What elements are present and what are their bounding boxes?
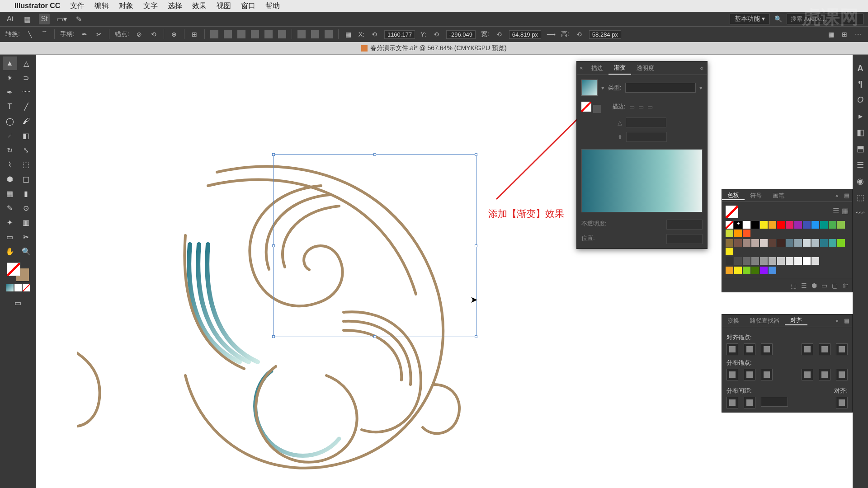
swatch-color[interactable] xyxy=(769,239,776,247)
brush-tool[interactable]: 🖌 xyxy=(19,114,33,128)
more-icon[interactable]: ⋯ xyxy=(854,30,863,39)
menu-view[interactable]: 视图 xyxy=(217,1,231,11)
swatch-color[interactable] xyxy=(769,257,776,265)
paragraph-panel-icon[interactable]: ¶ xyxy=(858,80,863,89)
selection-bounding-box[interactable] xyxy=(273,154,476,337)
brushes-icon2[interactable]: 〰 xyxy=(856,209,864,218)
location-field[interactable] xyxy=(666,234,703,244)
link-h-icon[interactable]: ⟲ xyxy=(575,30,584,39)
swatch-color[interactable] xyxy=(743,267,750,274)
link-x-icon[interactable]: ⟲ xyxy=(370,30,379,39)
swatch-color[interactable] xyxy=(803,221,811,229)
w-field[interactable]: 64.819 px xyxy=(509,30,541,39)
home-icon[interactable]: Ai xyxy=(5,14,15,24)
swatch-color[interactable] xyxy=(743,221,750,229)
dist-h-icon[interactable] xyxy=(297,30,306,38)
perspective-tool[interactable]: ◫ xyxy=(19,172,33,186)
swatch-color[interactable] xyxy=(820,239,828,247)
shape-builder-tool[interactable]: ⬢ xyxy=(3,172,17,186)
swatch-color[interactable] xyxy=(777,239,785,247)
swatch-color[interactable] xyxy=(734,257,742,265)
swatch-none[interactable] xyxy=(726,206,738,218)
swatch-color[interactable] xyxy=(751,239,759,247)
aspect-field[interactable] xyxy=(626,132,667,142)
ellipse-tool[interactable]: ◯ xyxy=(3,114,17,128)
expand-icon[interactable]: » xyxy=(833,192,841,199)
swatch-color[interactable] xyxy=(769,267,776,274)
opacity-field[interactable] xyxy=(666,220,703,230)
dist-c-icon[interactable] xyxy=(819,369,830,380)
expand-panel-icon[interactable]: ▸ xyxy=(859,111,863,121)
swatch-color[interactable] xyxy=(820,221,828,229)
pixel-grid-icon[interactable]: ⊞ xyxy=(840,30,849,39)
align-vcenter-icon[interactable] xyxy=(264,30,273,38)
swatches-panel[interactable]: 色板 符号 画笔 » ▤ ☰ ▦ ✦ ⬚ ☰ ⬢ ▭ ▢ 🗑 xyxy=(722,189,853,292)
dist-v-icon[interactable] xyxy=(311,30,319,38)
swatch-color[interactable] xyxy=(777,257,785,265)
swatch-color[interactable] xyxy=(726,239,733,247)
brushes-tab[interactable]: 画笔 xyxy=(767,192,790,200)
swatch-color[interactable] xyxy=(743,239,750,247)
swatch-grid-icon[interactable]: ▦ xyxy=(842,206,849,215)
artboard-tool[interactable]: ▭ xyxy=(3,230,17,244)
fill-stroke-swatch[interactable] xyxy=(7,263,29,282)
curvature-tool[interactable]: 〰 xyxy=(19,85,33,99)
swatch-color[interactable] xyxy=(794,239,802,247)
swatch-color[interactable] xyxy=(726,257,733,265)
join-icon[interactable]: ⟲ xyxy=(149,30,158,39)
align-expand-icon[interactable]: » xyxy=(833,317,841,324)
align-r-icon[interactable] xyxy=(761,343,773,355)
swatch-color[interactable] xyxy=(734,239,742,247)
swatch-color[interactable] xyxy=(769,221,776,229)
gradient-type-select[interactable] xyxy=(625,83,696,93)
symbol-tool[interactable]: ✦ xyxy=(3,216,17,229)
eraser-tool[interactable]: ◧ xyxy=(19,129,33,142)
link-y-icon[interactable]: ⟲ xyxy=(432,30,441,39)
new-swatch-icon[interactable]: ▢ xyxy=(832,282,838,289)
swatch-color[interactable] xyxy=(743,257,750,265)
appearance-icon[interactable]: ◉ xyxy=(857,176,864,186)
gradient-tab[interactable]: 渐变 xyxy=(609,61,631,75)
mesh-tool[interactable]: ▦ xyxy=(3,187,17,200)
dist-space-icon[interactable] xyxy=(325,30,333,38)
align-c-icon[interactable] xyxy=(744,343,755,355)
stroke-along-icon[interactable]: ▭ xyxy=(638,103,644,110)
menu-file[interactable]: 文件 xyxy=(70,1,85,11)
workspace-dropdown[interactable]: 基本功能 ▾ xyxy=(730,14,770,24)
align-hcenter-icon[interactable] xyxy=(224,30,232,38)
app-name[interactable]: Illustrator CC xyxy=(14,2,60,10)
swatch-color[interactable] xyxy=(726,230,733,237)
swatches-tab[interactable]: 色板 xyxy=(722,191,745,200)
dist-r-icon[interactable] xyxy=(836,369,848,380)
align-t-icon[interactable] xyxy=(802,343,813,355)
y-field[interactable]: -296.049 xyxy=(446,30,476,39)
convert-smooth-icon[interactable]: ⌒ xyxy=(40,30,49,39)
swatch-color[interactable] xyxy=(751,221,759,229)
aspect-icon[interactable]: ⬍ xyxy=(618,134,623,141)
menu-type[interactable]: 文字 xyxy=(143,1,158,11)
align-left-icon[interactable] xyxy=(210,30,218,38)
bridge-icon[interactable]: ▦ xyxy=(22,14,33,24)
dist-space-field[interactable] xyxy=(761,397,788,407)
align-bottom-icon[interactable] xyxy=(278,30,286,38)
free-transform-tool[interactable]: ⬚ xyxy=(19,158,33,171)
swatch-list-icon[interactable]: ☰ xyxy=(833,206,839,215)
zoom-tool[interactable]: 🔍 xyxy=(19,244,33,258)
swatch-color[interactable] xyxy=(811,221,819,229)
align-tab[interactable]: 对齐 xyxy=(785,316,807,325)
x-field[interactable]: 1160.177 xyxy=(384,30,415,39)
scale-tool[interactable]: ⤡ xyxy=(19,143,33,157)
convert-point-icon[interactable]: ╲ xyxy=(25,30,34,39)
link-w-icon[interactable]: ⟲ xyxy=(495,30,504,39)
swatch-color[interactable] xyxy=(751,257,759,265)
stroke-across-icon[interactable]: ▭ xyxy=(647,103,653,110)
swatch-group-icon[interactable]: ▭ xyxy=(821,282,827,289)
wand-tool[interactable]: ✴ xyxy=(3,71,17,84)
gradient-tool[interactable]: ▮ xyxy=(19,187,33,200)
char-panel-icon[interactable]: A xyxy=(858,64,863,73)
swatch-color[interactable] xyxy=(760,221,768,229)
swatch-color[interactable] xyxy=(786,257,793,265)
align-l-icon[interactable] xyxy=(726,343,738,355)
screen-mode-tool[interactable]: ▭ xyxy=(11,296,25,310)
dist-sv-icon[interactable] xyxy=(744,397,755,408)
